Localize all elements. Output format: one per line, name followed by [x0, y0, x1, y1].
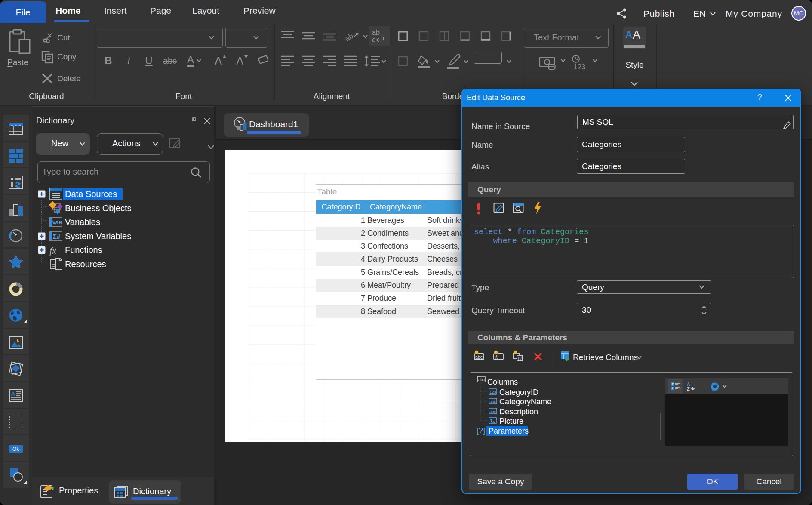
- svg-text:Σ#: Σ#: [53, 233, 61, 240]
- svg-text:123: 123: [490, 390, 496, 394]
- svg-text:abc: abc: [490, 410, 496, 414]
- svg-text:abc: abc: [475, 354, 483, 360]
- svg-text:Z: Z: [687, 386, 690, 391]
- svg-text:fx: fx: [49, 245, 56, 256]
- svg-text:abc: abc: [490, 400, 496, 404]
- svg-text:123: 123: [573, 63, 585, 71]
- svg-text:c: c: [372, 36, 375, 43]
- svg-text:ab: ab: [372, 29, 380, 36]
- svg-text:abc: abc: [478, 377, 485, 382]
- svg-text:Ok: Ok: [12, 446, 19, 452]
- svg-text:[?]: [?]: [518, 357, 523, 361]
- svg-text:VAR: VAR: [52, 220, 62, 225]
- svg-text:A: A: [11, 390, 15, 397]
- svg-text:ab: ab: [344, 32, 355, 43]
- svg-text:fₓ: fₓ: [495, 354, 498, 360]
